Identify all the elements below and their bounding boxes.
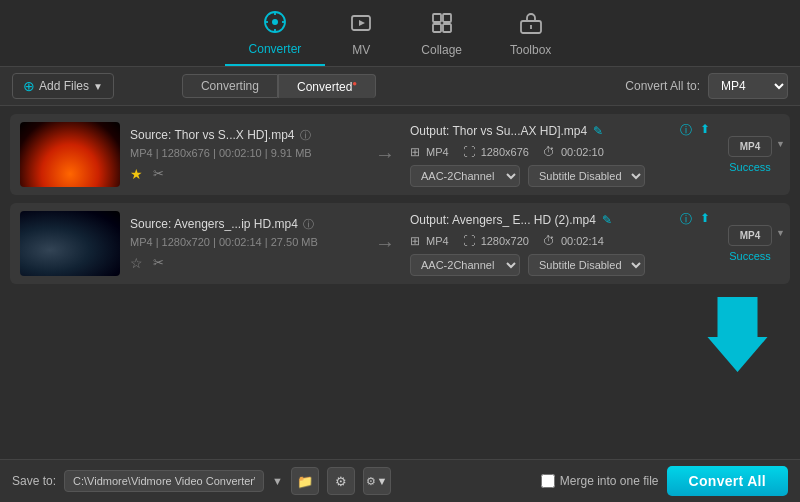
svg-rect-11 xyxy=(443,24,451,32)
convert-arrow-area xyxy=(10,292,790,451)
thumbnail-2 xyxy=(20,211,120,276)
merge-checkbox[interactable] xyxy=(541,474,555,488)
source-name-1: Source: Thor vs S...X HD].mp4 ⓘ xyxy=(130,128,360,143)
star-icon-1[interactable]: ★ xyxy=(130,166,143,182)
converted-dot: ● xyxy=(352,79,357,88)
time-icon-2: ⏱ xyxy=(543,234,555,248)
dropdown-icon[interactable]: ▼ xyxy=(272,475,283,487)
nav-collage[interactable]: Collage xyxy=(397,7,486,65)
toolbox-icon xyxy=(519,11,543,41)
subtitle-select-2[interactable]: Subtitle Disabled xyxy=(528,254,645,276)
mp4-icon-2: MP4 ▼ xyxy=(728,225,772,246)
tab-group: Converting Converted● xyxy=(182,74,376,98)
cut-icon-2[interactable]: ✂ xyxy=(153,255,164,270)
result-badge-1: MP4 ▼ Success xyxy=(720,136,780,173)
edit-icon-1[interactable]: ✎ xyxy=(593,124,603,138)
time-icon-1: ⏱ xyxy=(543,145,555,159)
nav-mv-label: MV xyxy=(352,43,370,57)
merge-label: Merge into one file xyxy=(541,474,659,488)
mp4-icon-1: MP4 ▼ xyxy=(728,136,772,157)
add-files-button[interactable]: ⊕ Add Files ▼ xyxy=(12,73,114,99)
output-name-row-2: Output: Avengers_ E... HD (2).mp4 ✎ ⓘ ⬆ xyxy=(410,211,710,228)
svg-rect-10 xyxy=(433,24,441,32)
arrow-2: → xyxy=(370,232,400,255)
mv-icon xyxy=(349,11,373,41)
info-circle-icon-1[interactable]: ⓘ xyxy=(680,122,692,139)
split-icon-1[interactable]: ⬆ xyxy=(700,122,710,139)
format-icon-2: ⊞ xyxy=(410,234,420,248)
format-select[interactable]: MP4 xyxy=(708,73,788,99)
success-label-2: Success xyxy=(729,250,771,262)
dropdowns-row-2: AAC-2Channel Subtitle Disabled xyxy=(410,254,710,276)
svg-marker-7 xyxy=(359,20,365,26)
output-name-row-1: Output: Thor vs Su...AX HD].mp4 ✎ ⓘ ⬆ xyxy=(410,122,710,139)
file-item-2: Source: Avengers_...ip HD.mp4 ⓘ MP4 | 12… xyxy=(10,203,790,284)
subtitle-select-1[interactable]: Subtitle Disabled xyxy=(528,165,645,187)
nav-toolbox[interactable]: Toolbox xyxy=(486,7,575,65)
save-to-label: Save to: xyxy=(12,474,56,488)
svg-rect-9 xyxy=(443,14,451,22)
add-files-label: Add Files xyxy=(39,79,89,93)
output-action-icons-1: ⓘ ⬆ xyxy=(680,122,710,139)
main-content: Source: Thor vs S...X HD].mp4 ⓘ MP4 | 12… xyxy=(0,106,800,459)
source-name-2: Source: Avengers_...ip HD.mp4 ⓘ xyxy=(130,217,360,232)
converter-icon xyxy=(263,10,287,40)
plus-icon: ⊕ xyxy=(23,78,35,94)
file-item: Source: Thor vs S...X HD].mp4 ⓘ MP4 | 12… xyxy=(10,114,790,195)
dropdown-arrow-icon: ▼ xyxy=(93,81,103,92)
file-actions-2: ☆ ✂ xyxy=(130,255,360,271)
big-down-arrow xyxy=(705,297,770,372)
success-label-1: Success xyxy=(729,161,771,173)
edit-icon-2[interactable]: ✎ xyxy=(602,213,612,227)
file-info-2: Source: Avengers_...ip HD.mp4 ⓘ MP4 | 12… xyxy=(130,217,360,271)
audio-select-1[interactable]: AAC-2Channel xyxy=(410,165,520,187)
audio-select-2[interactable]: AAC-2Channel xyxy=(410,254,520,276)
output-section-1: Output: Thor vs Su...AX HD].mp4 ✎ ⓘ ⬆ ⊞ … xyxy=(410,122,710,187)
bottom-bar: Save to: ▼ 📁 ⚙ ⚙▼ Merge into one file Co… xyxy=(0,459,800,502)
mp4-dropdown-2[interactable]: ▼ xyxy=(776,228,785,238)
thumbnail-1 xyxy=(20,122,120,187)
info-circle-icon-2[interactable]: ⓘ xyxy=(680,211,692,228)
open-folder-button[interactable]: 📁 xyxy=(291,467,319,495)
svg-rect-8 xyxy=(433,14,441,22)
output-section-2: Output: Avengers_ E... HD (2).mp4 ✎ ⓘ ⬆ … xyxy=(410,211,710,276)
result-badge-2: MP4 ▼ Success xyxy=(720,225,780,262)
output-action-icons-2: ⓘ ⬆ xyxy=(680,211,710,228)
file-info-1: Source: Thor vs S...X HD].mp4 ⓘ MP4 | 12… xyxy=(130,128,360,182)
arrow-1: → xyxy=(370,143,400,166)
svg-point-1 xyxy=(272,19,278,25)
nav-converter-label: Converter xyxy=(249,42,302,56)
top-navigation: Converter MV Collage xyxy=(0,0,800,67)
nav-collage-label: Collage xyxy=(421,43,462,57)
svg-marker-14 xyxy=(708,297,768,372)
output-row-1: ⊞ MP4 ⛶ 1280x676 ⏱ 00:02:10 xyxy=(410,145,710,159)
info-icon-2[interactable]: ⓘ xyxy=(303,217,314,232)
format-icon-1: ⊞ xyxy=(410,145,420,159)
convert-all-button[interactable]: Convert All xyxy=(667,466,788,496)
star-icon-2[interactable]: ☆ xyxy=(130,255,143,271)
mp4-dropdown-1[interactable]: ▼ xyxy=(776,139,785,149)
file-actions-1: ★ ✂ xyxy=(130,166,360,182)
split-icon-2[interactable]: ⬆ xyxy=(700,211,710,228)
output-row-2: ⊞ MP4 ⛶ 1280x720 ⏱ 00:02:14 xyxy=(410,234,710,248)
res-icon-1: ⛶ xyxy=(463,145,475,159)
tab-converted[interactable]: Converted● xyxy=(278,74,376,98)
file-meta-1: MP4 | 1280x676 | 00:02:10 | 9.91 MB xyxy=(130,147,360,159)
dropdowns-row-1: AAC-2Channel Subtitle Disabled xyxy=(410,165,710,187)
settings-button[interactable]: ⚙ xyxy=(327,467,355,495)
nav-toolbox-label: Toolbox xyxy=(510,43,551,57)
nav-mv[interactable]: MV xyxy=(325,7,397,65)
save-path-input[interactable] xyxy=(64,470,264,492)
file-meta-2: MP4 | 1280x720 | 00:02:14 | 27.50 MB xyxy=(130,236,360,248)
thumb-fire-visual xyxy=(20,122,120,187)
tab-converting[interactable]: Converting xyxy=(182,74,278,98)
cut-icon-1[interactable]: ✂ xyxy=(153,166,164,181)
res-icon-2: ⛶ xyxy=(463,234,475,248)
thumb-avengers-visual xyxy=(20,211,120,276)
convert-all-to-label: Convert All to: xyxy=(625,79,700,93)
collage-icon xyxy=(430,11,454,41)
extra-settings-button[interactable]: ⚙▼ xyxy=(363,467,391,495)
nav-converter[interactable]: Converter xyxy=(225,6,326,66)
info-icon-1[interactable]: ⓘ xyxy=(300,128,311,143)
toolbar: ⊕ Add Files ▼ Converting Converted● Conv… xyxy=(0,67,800,106)
